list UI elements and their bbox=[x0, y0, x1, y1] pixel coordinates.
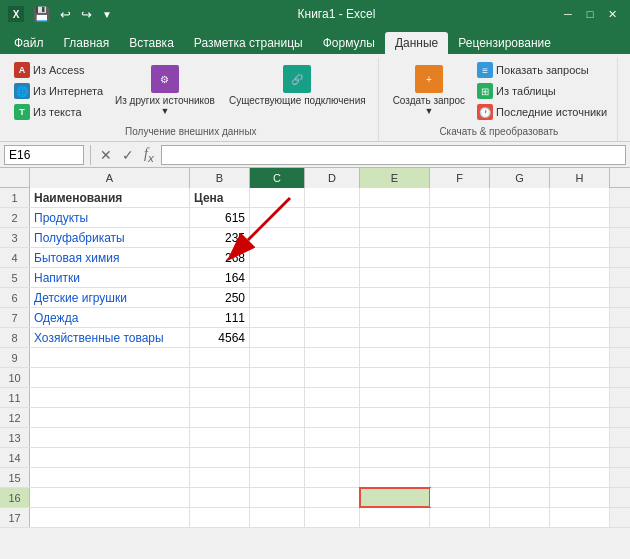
cell-e10[interactable] bbox=[360, 368, 430, 387]
cell-c12[interactable] bbox=[250, 408, 305, 427]
cell-g1[interactable] bbox=[490, 188, 550, 207]
cell-f10[interactable] bbox=[430, 368, 490, 387]
undo-icon[interactable]: ↩ bbox=[57, 5, 74, 24]
cell-b15[interactable] bbox=[190, 468, 250, 487]
cell-f16[interactable] bbox=[430, 488, 490, 507]
cell-c9[interactable] bbox=[250, 348, 305, 367]
cell-f13[interactable] bbox=[430, 428, 490, 447]
cell-g9[interactable] bbox=[490, 348, 550, 367]
cell-h14[interactable] bbox=[550, 448, 610, 467]
cell-h9[interactable] bbox=[550, 348, 610, 367]
create-query-button[interactable]: + Создать запрос ▼ bbox=[387, 62, 471, 119]
from-web-button[interactable]: 🌐 Из Интернета bbox=[10, 81, 107, 101]
cell-d13[interactable] bbox=[305, 428, 360, 447]
cell-c3[interactable] bbox=[250, 228, 305, 247]
cell-a16[interactable] bbox=[30, 488, 190, 507]
cell-a10[interactable] bbox=[30, 368, 190, 387]
show-queries-button[interactable]: ≡ Показать запросы bbox=[473, 60, 611, 80]
cell-g10[interactable] bbox=[490, 368, 550, 387]
cell-b10[interactable] bbox=[190, 368, 250, 387]
cell-f5[interactable] bbox=[430, 268, 490, 287]
cell-c7[interactable] bbox=[250, 308, 305, 327]
cell-h4[interactable] bbox=[550, 248, 610, 267]
cell-c2[interactable] bbox=[250, 208, 305, 227]
cell-c11[interactable] bbox=[250, 388, 305, 407]
cell-h15[interactable] bbox=[550, 468, 610, 487]
cell-e13[interactable] bbox=[360, 428, 430, 447]
cell-g15[interactable] bbox=[490, 468, 550, 487]
tab-data[interactable]: Данные bbox=[385, 32, 448, 54]
cell-h10[interactable] bbox=[550, 368, 610, 387]
cell-a9[interactable] bbox=[30, 348, 190, 367]
cell-a11[interactable] bbox=[30, 388, 190, 407]
cell-e17[interactable] bbox=[360, 508, 430, 527]
cell-g3[interactable] bbox=[490, 228, 550, 247]
cell-a3[interactable]: Полуфабрикаты bbox=[30, 228, 190, 247]
cell-g7[interactable] bbox=[490, 308, 550, 327]
cell-c17[interactable] bbox=[250, 508, 305, 527]
cell-f2[interactable] bbox=[430, 208, 490, 227]
tab-file[interactable]: Файл bbox=[4, 32, 54, 54]
cell-e2[interactable] bbox=[360, 208, 430, 227]
cell-h11[interactable] bbox=[550, 388, 610, 407]
cell-d8[interactable] bbox=[305, 328, 360, 347]
cell-h8[interactable] bbox=[550, 328, 610, 347]
cell-d15[interactable] bbox=[305, 468, 360, 487]
cell-c13[interactable] bbox=[250, 428, 305, 447]
cell-b4[interactable]: 268 bbox=[190, 248, 250, 267]
cell-h5[interactable] bbox=[550, 268, 610, 287]
cell-d7[interactable] bbox=[305, 308, 360, 327]
cell-e15[interactable] bbox=[360, 468, 430, 487]
cell-e7[interactable] bbox=[360, 308, 430, 327]
from-text-button[interactable]: T Из текста bbox=[10, 102, 107, 122]
cell-h12[interactable] bbox=[550, 408, 610, 427]
cell-e12[interactable] bbox=[360, 408, 430, 427]
tab-page-layout[interactable]: Разметка страницы bbox=[184, 32, 313, 54]
cell-c4[interactable] bbox=[250, 248, 305, 267]
cell-b3[interactable]: 235 bbox=[190, 228, 250, 247]
cell-e5[interactable] bbox=[360, 268, 430, 287]
cell-b7[interactable]: 111 bbox=[190, 308, 250, 327]
cell-f11[interactable] bbox=[430, 388, 490, 407]
existing-connections-button[interactable]: 🔗 Существующие подключения bbox=[223, 62, 372, 109]
cell-a15[interactable] bbox=[30, 468, 190, 487]
formula-input[interactable] bbox=[161, 145, 626, 165]
cell-h16[interactable] bbox=[550, 488, 610, 507]
cell-f15[interactable] bbox=[430, 468, 490, 487]
cell-g2[interactable] bbox=[490, 208, 550, 227]
cell-f9[interactable] bbox=[430, 348, 490, 367]
cell-b17[interactable] bbox=[190, 508, 250, 527]
cell-e6[interactable] bbox=[360, 288, 430, 307]
save-icon[interactable]: 💾 bbox=[30, 4, 53, 24]
cell-g13[interactable] bbox=[490, 428, 550, 447]
cell-b1[interactable]: Цена bbox=[190, 188, 250, 207]
cell-c8[interactable] bbox=[250, 328, 305, 347]
customize-icon[interactable]: ▼ bbox=[99, 7, 115, 22]
cell-b14[interactable] bbox=[190, 448, 250, 467]
cell-d1[interactable] bbox=[305, 188, 360, 207]
cell-g8[interactable] bbox=[490, 328, 550, 347]
cell-d2[interactable] bbox=[305, 208, 360, 227]
cell-h6[interactable] bbox=[550, 288, 610, 307]
tab-home[interactable]: Главная bbox=[54, 32, 120, 54]
cell-f4[interactable] bbox=[430, 248, 490, 267]
cell-b11[interactable] bbox=[190, 388, 250, 407]
cell-b6[interactable]: 250 bbox=[190, 288, 250, 307]
cell-a7[interactable]: Одежда bbox=[30, 308, 190, 327]
refresh-all-button[interactable]: ↻ Обновить все ▼ bbox=[626, 62, 630, 119]
from-other-sources-button[interactable]: ⚙ Из других источников ▼ bbox=[109, 62, 221, 119]
cell-g5[interactable] bbox=[490, 268, 550, 287]
cell-a14[interactable] bbox=[30, 448, 190, 467]
cell-b5[interactable]: 164 bbox=[190, 268, 250, 287]
cell-c14[interactable] bbox=[250, 448, 305, 467]
minimize-button[interactable]: ─ bbox=[558, 5, 578, 23]
cell-c10[interactable] bbox=[250, 368, 305, 387]
cell-a1[interactable]: Наименования bbox=[30, 188, 190, 207]
cancel-formula-icon[interactable]: ✕ bbox=[97, 147, 115, 163]
cell-f14[interactable] bbox=[430, 448, 490, 467]
cell-e3[interactable] bbox=[360, 228, 430, 247]
cell-c1[interactable] bbox=[250, 188, 305, 207]
close-button[interactable]: ✕ bbox=[602, 5, 622, 23]
cell-h3[interactable] bbox=[550, 228, 610, 247]
cell-e8[interactable] bbox=[360, 328, 430, 347]
